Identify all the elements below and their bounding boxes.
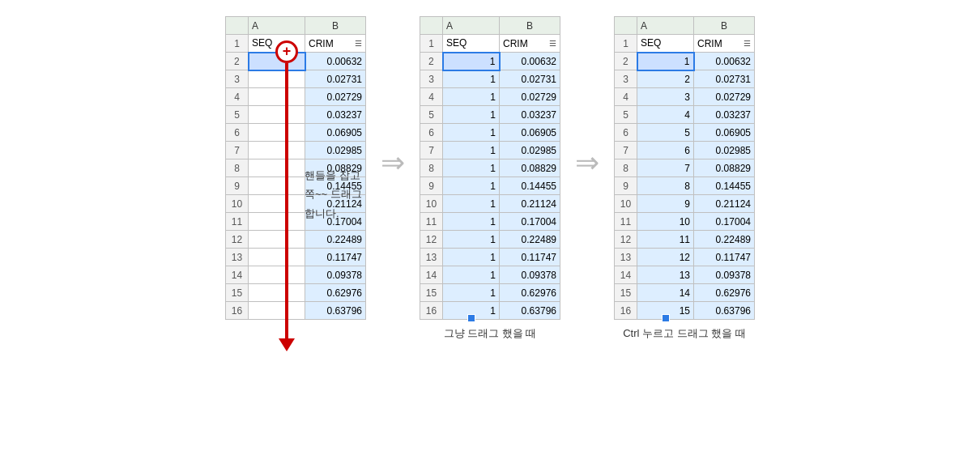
row-num: 16 — [226, 302, 249, 320]
table-row: 13 0.11747 — [226, 249, 366, 266]
row-num: 10 — [420, 195, 443, 213]
row-num: 1 — [226, 35, 249, 53]
table-row: 16 1 0.63796 — [420, 302, 560, 320]
seq-cell — [249, 231, 305, 249]
row-num: 2 — [226, 53, 249, 70]
table-row: 16 0.63796 — [226, 302, 366, 320]
row-num: 10 — [226, 195, 249, 213]
filter-icon[interactable]: ☰ — [355, 39, 362, 48]
seq-cell — [249, 88, 305, 106]
right-table: A B 1 SEQ CRIM ☰ 2 1 — [614, 16, 755, 320]
crim-cell: 0.09378 — [694, 266, 755, 284]
row-num: 4 — [615, 88, 637, 106]
row-num: 12 — [226, 231, 249, 249]
row-num: 13 — [226, 249, 249, 266]
row-num: 2 — [615, 53, 637, 70]
seq-cell: 6 — [637, 142, 694, 159]
row-num: 13 — [420, 249, 443, 266]
table-row: 7 6 0.02985 — [615, 142, 755, 159]
table-row: 13 12 0.11747 — [615, 249, 755, 266]
annotation-text: 핸들을 잡고쪽~~ 드래그합니다. — [305, 166, 362, 223]
table-row: 5 4 0.03237 — [615, 106, 755, 124]
table-row: 6 0.06905 — [226, 124, 366, 142]
filter-icon[interactable]: ☰ — [549, 39, 556, 48]
seq-cell: 1 — [443, 231, 500, 249]
row-num: 14 — [615, 266, 637, 284]
row-num: 12 — [420, 231, 443, 249]
seq-cell: 3 — [637, 88, 694, 106]
right-corner-header — [615, 17, 637, 35]
middle-table: A B 1 SEQ CRIM ☰ 2 1 — [420, 16, 560, 320]
table-row: 12 0.22489 — [226, 231, 366, 249]
crim-cell: 0.03237 — [694, 106, 755, 124]
table-row: 1 SEQ CRIM ☰ — [615, 35, 755, 53]
crim-cell: 0.14455 — [500, 177, 560, 195]
table-row: 4 1 0.02729 — [420, 88, 560, 106]
table-row: 1 SEQ CRIM ☰ — [226, 35, 366, 53]
row-num: 8 — [226, 159, 249, 177]
table-row: 3 1 0.02731 — [420, 70, 560, 88]
row-num: 5 — [226, 106, 249, 124]
seq-cell: 1 — [443, 70, 500, 88]
table-row: 2 1 0.00632 — [615, 53, 755, 70]
right-col-b-header: B — [694, 17, 755, 35]
left-col-b-header: B — [305, 17, 366, 35]
seq-cell: 9 — [637, 195, 694, 213]
row-num: 4 — [420, 88, 443, 106]
seq-cell: 5 — [637, 124, 694, 142]
seq-cell[interactable]: 1 — [637, 53, 694, 70]
table-row: 10 1 0.21124 — [420, 195, 560, 213]
crim-label: CRIM — [503, 38, 528, 49]
left-col-a-header: A — [249, 17, 305, 35]
crim-cell: 0.02985 — [305, 142, 366, 159]
seq-cell — [249, 266, 305, 284]
drag-arrow-icon — [279, 338, 295, 351]
crim-cell: 0.02985 — [500, 142, 560, 159]
row-num: 3 — [420, 70, 443, 88]
row-num: 7 — [420, 142, 443, 159]
crim-cell: 0.03237 — [500, 106, 560, 124]
seq-cell — [249, 249, 305, 266]
table-row: 16 15 0.63796 — [615, 302, 755, 320]
crim-cell: 0.21124 — [500, 195, 560, 213]
filter-icon[interactable]: ☰ — [744, 39, 751, 48]
seq-cell — [249, 213, 305, 231]
seq-cell — [249, 142, 305, 159]
seq-cell: 10 — [637, 213, 694, 231]
table-row: 13 1 0.11747 — [420, 249, 560, 266]
row-num: 15 — [615, 284, 637, 302]
middle-col-a-header: A — [443, 17, 500, 35]
row-num: 7 — [615, 142, 637, 159]
seq-cell[interactable] — [249, 53, 305, 70]
seq-cell — [249, 284, 305, 302]
crim-label: CRIM — [697, 38, 722, 49]
seq-cell[interactable]: 1 — [443, 53, 500, 70]
row-num: 9 — [420, 177, 443, 195]
seq-cell — [249, 106, 305, 124]
table-row: 12 11 0.22489 — [615, 231, 755, 249]
seq-cell: 14 — [637, 284, 694, 302]
crim-cell: 0.63796 — [500, 302, 560, 320]
row-num: 9 — [615, 177, 637, 195]
table-row: 15 1 0.62976 — [420, 284, 560, 302]
crim-cell: 0.21124 — [694, 195, 755, 213]
middle-table-caption: 그냥 드래그 했을 때 — [444, 326, 537, 341]
row-num: 12 — [615, 231, 637, 249]
crim-cell: 0.02729 — [694, 88, 755, 106]
arrow-left-to-middle: ⇒ — [381, 146, 405, 180]
table-row: 9 8 0.14455 — [615, 177, 755, 195]
main-container: A B 1 SEQ CRIM ☰ — [16, 16, 964, 341]
crim-cell: 0.17004 — [694, 213, 755, 231]
seq-header-cell: SEQ — [443, 35, 500, 53]
seq-cell — [249, 159, 305, 177]
table-row: 5 1 0.03237 — [420, 106, 560, 124]
crim-cell: 0.03237 — [305, 106, 366, 124]
crim-header-cell: CRIM ☰ — [694, 35, 755, 53]
crim-cell: 0.02729 — [305, 88, 366, 106]
crim-cell: 0.08829 — [694, 159, 755, 177]
crim-cell: 0.11747 — [500, 249, 560, 266]
table-row: 11 10 0.17004 — [615, 213, 755, 231]
crim-cell: 0.06905 — [305, 124, 366, 142]
seq-cell: 1 — [443, 88, 500, 106]
crim-label: CRIM — [309, 38, 334, 49]
